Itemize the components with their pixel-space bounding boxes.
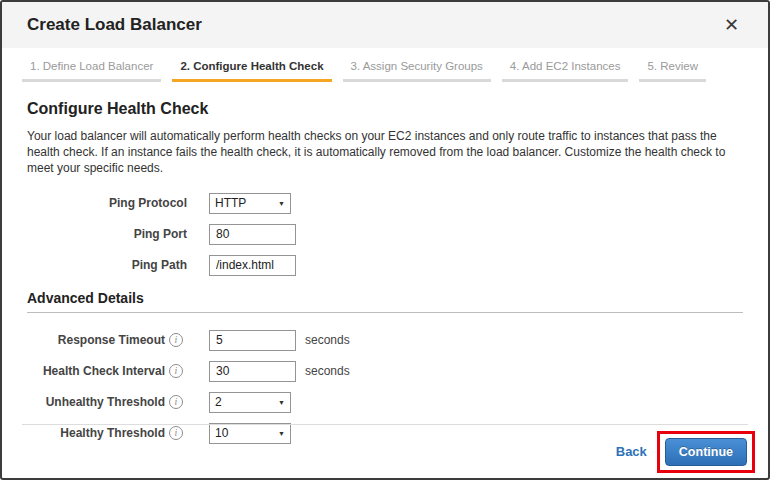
- ping-protocol-value: HTTP: [215, 196, 246, 210]
- ping-path-label: Ping Path: [27, 258, 209, 272]
- health-check-interval-label: Health Check Interval: [27, 364, 167, 378]
- health-check-form: Ping Protocol HTTP ▼ Ping Port Ping Path: [27, 192, 743, 276]
- page-title: Configure Health Check: [27, 100, 743, 118]
- close-icon[interactable]: ✕: [720, 14, 743, 36]
- dialog-header: Create Load Balancer ✕: [2, 2, 768, 48]
- back-link[interactable]: Back: [616, 444, 647, 459]
- advanced-details-heading: Advanced Details: [27, 290, 743, 306]
- advanced-divider: [27, 312, 743, 313]
- dialog-body: Configure Health Check Your load balance…: [2, 100, 768, 444]
- unhealthy-threshold-value: 2: [215, 395, 222, 409]
- info-icon[interactable]: i: [169, 333, 183, 347]
- tab-add-ec2-instances[interactable]: 4. Add EC2 Instances: [502, 55, 629, 82]
- wizard-tabs: 1. Define Load Balancer 2. Configure Hea…: [2, 48, 768, 82]
- health-check-interval-row: Health Check Interval i seconds: [27, 360, 743, 382]
- response-timeout-suffix: seconds: [305, 333, 350, 347]
- annotation-highlight-box: Continue: [657, 431, 755, 473]
- tab-review[interactable]: 5. Review: [639, 55, 706, 82]
- tab-assign-security-groups[interactable]: 3. Assign Security Groups: [343, 55, 491, 82]
- continue-button[interactable]: Continue: [665, 438, 747, 466]
- tab-define-load-balancer[interactable]: 1. Define Load Balancer: [22, 55, 161, 82]
- chevron-down-icon: ▼: [278, 200, 285, 207]
- ping-protocol-label: Ping Protocol: [27, 196, 209, 210]
- unhealthy-threshold-row: Unhealthy Threshold i 2 ▼: [27, 391, 743, 413]
- response-timeout-input[interactable]: [209, 330, 296, 351]
- health-check-interval-input[interactable]: [209, 361, 296, 382]
- create-load-balancer-dialog: Create Load Balancer ✕ 1. Define Load Ba…: [0, 0, 770, 480]
- dialog-footer: Back Continue: [2, 425, 768, 478]
- health-check-interval-suffix: seconds: [305, 364, 350, 378]
- ping-port-row: Ping Port: [27, 223, 743, 245]
- section-description: Your load balancer will automatically pe…: [27, 128, 743, 176]
- unhealthy-threshold-label: Unhealthy Threshold: [27, 395, 167, 409]
- tab-configure-health-check[interactable]: 2. Configure Health Check: [172, 55, 331, 82]
- ping-port-label: Ping Port: [27, 227, 209, 241]
- unhealthy-threshold-select[interactable]: 2 ▼: [209, 392, 291, 413]
- response-timeout-label: Response Timeout: [27, 333, 167, 347]
- info-icon[interactable]: i: [169, 364, 183, 378]
- ping-path-input[interactable]: [209, 255, 296, 276]
- ping-path-row: Ping Path: [27, 254, 743, 276]
- ping-protocol-select[interactable]: HTTP ▼: [209, 193, 291, 214]
- info-icon[interactable]: i: [169, 395, 183, 409]
- response-timeout-row: Response Timeout i seconds: [27, 329, 743, 351]
- chevron-down-icon: ▼: [278, 399, 285, 406]
- ping-protocol-row: Ping Protocol HTTP ▼: [27, 192, 743, 214]
- ping-port-input[interactable]: [209, 224, 296, 245]
- dialog-title: Create Load Balancer: [27, 15, 202, 35]
